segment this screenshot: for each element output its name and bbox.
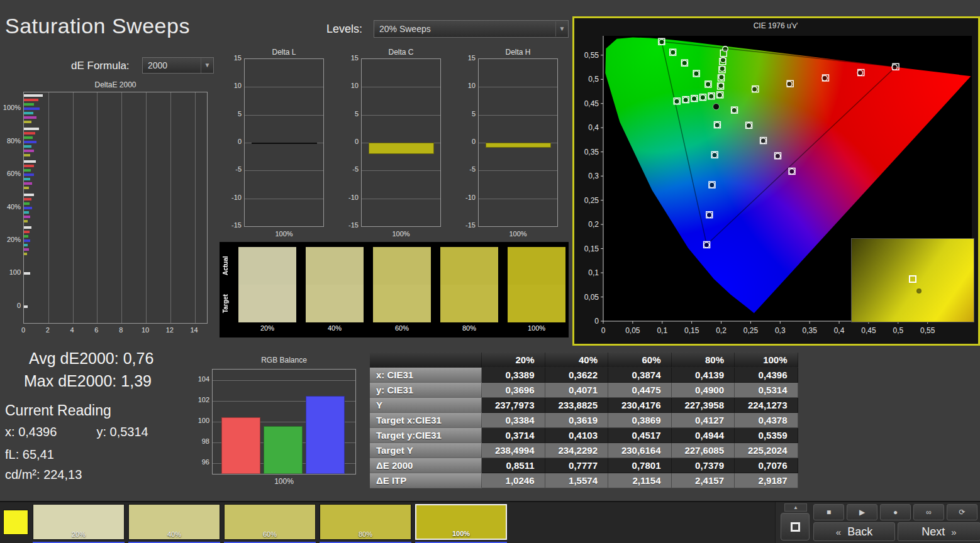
avg-de2000-readout: Avg dE2000: 0,76 bbox=[29, 349, 153, 368]
gridline bbox=[362, 170, 440, 171]
gridline bbox=[362, 87, 440, 87]
svg-text:0,35: 0,35 bbox=[584, 148, 599, 156]
cie-chart-title: CIE 1976 u'v' bbox=[574, 21, 977, 30]
play-icon: ▶ bbox=[859, 508, 865, 517]
table-cell: 0,4900 bbox=[672, 383, 735, 398]
de-bar bbox=[24, 202, 30, 205]
stop-button[interactable]: ■ bbox=[813, 504, 844, 520]
svg-text:0,55: 0,55 bbox=[920, 326, 935, 335]
svg-text:0,2: 0,2 bbox=[716, 326, 727, 335]
table-corner-cell bbox=[370, 353, 482, 368]
table-cell: 230,4176 bbox=[608, 398, 672, 413]
bottom-swatch-label: 80% bbox=[320, 530, 411, 538]
table-cell: 224,1273 bbox=[735, 398, 798, 413]
x-tick-label: 12 bbox=[165, 326, 175, 334]
y-tick-label: 10 bbox=[459, 82, 476, 89]
de-bar bbox=[24, 141, 36, 143]
measured-point bbox=[682, 60, 687, 65]
x-tick-label: 2 bbox=[43, 326, 53, 334]
y-tick-label: 5 bbox=[342, 110, 359, 118]
de-bar bbox=[24, 128, 39, 130]
x-label: x: bbox=[5, 425, 15, 439]
measured-point bbox=[717, 92, 722, 97]
avg-de2000-label: Avg dE2000: bbox=[29, 349, 119, 367]
y-tick-label: -10 bbox=[342, 194, 359, 201]
de-bar bbox=[24, 154, 30, 156]
x-tick-label: 100% bbox=[244, 230, 324, 238]
table-cell: 0,3384 bbox=[482, 413, 545, 428]
levels-dropdown-value: 20% Sweeps bbox=[374, 24, 555, 34]
levels-dropdown[interactable]: 20% Sweeps ▼ bbox=[374, 20, 569, 38]
svg-text:0,15: 0,15 bbox=[684, 326, 699, 335]
table-cell: 1,5574 bbox=[545, 473, 609, 488]
measured-point bbox=[712, 152, 717, 157]
delta-bar bbox=[486, 143, 551, 148]
table-column-header: 20% bbox=[482, 353, 545, 368]
x-tick-label: 100% bbox=[361, 230, 441, 238]
bottom-swatch-60%[interactable]: 60% bbox=[224, 504, 316, 540]
y-tick-label: 98 bbox=[189, 437, 209, 445]
bottom-bar: 20%40%60%80%100% ▲ ■▶●∞⟳ « Back Next » bbox=[0, 501, 980, 543]
refresh-button[interactable]: ⟳ bbox=[947, 504, 977, 520]
measured-point bbox=[659, 40, 664, 45]
avg-de2000-value: 0,76 bbox=[123, 349, 154, 367]
y-group-label: 80% bbox=[0, 137, 21, 145]
deltae2000-title: DeltaE 2000 bbox=[23, 80, 208, 89]
y-tick-label: -5 bbox=[459, 165, 476, 173]
bottom-swatch-80%[interactable]: 80% bbox=[320, 504, 411, 540]
table-cell: 0,4127 bbox=[672, 413, 735, 428]
loop-button[interactable]: ∞ bbox=[913, 504, 944, 520]
bottom-swatch-label: 40% bbox=[129, 530, 220, 538]
table-cell: 0,7379 bbox=[672, 458, 735, 473]
transport-buttons: ■▶●∞⟳ bbox=[813, 504, 980, 521]
record-button[interactable]: ● bbox=[880, 504, 911, 520]
table-cell: 1,0246 bbox=[482, 473, 545, 488]
table-cell: 0,3714 bbox=[482, 428, 545, 443]
rgb-bar-blue bbox=[306, 396, 345, 474]
y-tick-label: -15 bbox=[342, 221, 359, 229]
next-button[interactable]: Next » bbox=[898, 522, 980, 541]
measured-point bbox=[720, 57, 725, 62]
swatch-target-20% bbox=[238, 285, 296, 322]
y-group-label: 20% bbox=[0, 236, 21, 243]
svg-text:0,1: 0,1 bbox=[588, 268, 599, 277]
table-cell: 0,4475 bbox=[608, 383, 672, 398]
gridline bbox=[245, 87, 323, 87]
x-tick-label: 14 bbox=[189, 326, 199, 334]
collapse-button[interactable]: ▲ bbox=[784, 503, 807, 512]
svg-text:0,3: 0,3 bbox=[588, 172, 599, 180]
y-tick-label: 96 bbox=[189, 458, 209, 466]
bottom-swatch-20%[interactable]: 20% bbox=[33, 504, 125, 540]
collapse-up-icon: ▲ bbox=[793, 505, 798, 510]
y-tick-label: 15 bbox=[459, 54, 476, 62]
y-tick-label: -10 bbox=[459, 194, 476, 201]
y-tick-label: -5 bbox=[342, 165, 359, 173]
bottom-swatch-100%[interactable]: 100% bbox=[415, 504, 507, 540]
table-row: x: CIE310,33890,36220,38740,41390,4396 bbox=[370, 368, 798, 383]
play-button[interactable]: ▶ bbox=[847, 504, 877, 520]
gridline bbox=[213, 380, 355, 381]
x-tick-label: 4 bbox=[67, 326, 77, 334]
measured-point bbox=[704, 243, 709, 248]
table-row-label: Target x:CIE31 bbox=[370, 413, 482, 428]
rgb-xlabel: 100% bbox=[212, 477, 356, 486]
gridline bbox=[479, 199, 557, 199]
de-bar bbox=[24, 216, 30, 218]
swatch-target-40% bbox=[306, 285, 364, 322]
table-cell: 225,2024 bbox=[735, 443, 798, 458]
levels-label: Levels: bbox=[326, 23, 362, 36]
stop-measure-button[interactable] bbox=[781, 513, 810, 540]
table-row-label: ΔE 2000 bbox=[370, 458, 482, 473]
y-tick-label: -15 bbox=[459, 221, 476, 229]
back-button[interactable]: « Back bbox=[813, 522, 895, 541]
bottom-swatch-40%[interactable]: 40% bbox=[128, 504, 220, 540]
de-bar bbox=[24, 220, 28, 222]
table-cell: 0,5314 bbox=[735, 383, 798, 398]
refresh-icon: ⟳ bbox=[959, 508, 965, 517]
table-header-row: 20%40%60%80%100% bbox=[370, 353, 798, 368]
y-tick-label: 10 bbox=[225, 82, 242, 89]
table-row-label: ΔE ITP bbox=[370, 473, 482, 488]
de-bar bbox=[24, 112, 33, 114]
svg-text:0,15: 0,15 bbox=[584, 244, 599, 253]
de-formula-dropdown[interactable]: 2000 ▼ bbox=[142, 57, 214, 74]
